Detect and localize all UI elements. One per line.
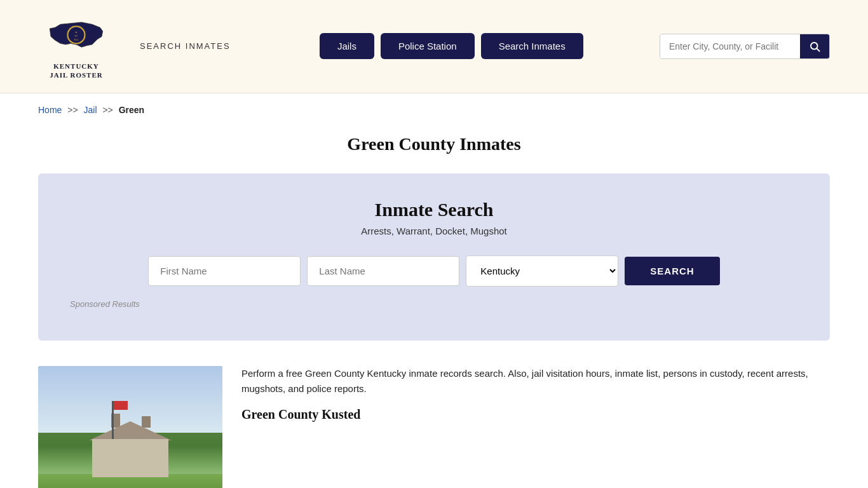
- last-name-input[interactable]: [307, 256, 459, 286]
- inmate-search-subtitle: Arrests, Warrant, Docket, Mugshot: [70, 226, 798, 236]
- inmate-search-section: Inmate Search Arrests, Warrant, Docket, …: [38, 173, 830, 341]
- breadcrumb-sep-1: >>: [67, 105, 78, 115]
- building-roof: [89, 421, 172, 440]
- facility-image-inner: [38, 366, 222, 488]
- kentucky-logo-svg: ★ KY SEAL: [44, 13, 108, 60]
- main-nav: Jails Police Station Search Inmates: [269, 33, 634, 59]
- site-header: ★ KY SEAL KENTUCKY JAIL ROSTER SEARCH IN…: [0, 0, 868, 93]
- svg-text:SEAL: SEAL: [74, 39, 78, 41]
- breadcrumb-jail-link[interactable]: Jail: [84, 105, 97, 115]
- building-main: [92, 439, 168, 477]
- breadcrumb-current: Green: [119, 105, 144, 115]
- svg-line-6: [817, 48, 819, 51]
- breadcrumb-home-link[interactable]: Home: [38, 105, 62, 115]
- nav-police-station-button[interactable]: Police Station: [381, 33, 475, 59]
- flag-pole: [112, 401, 114, 439]
- logo-text: KENTUCKY JAIL ROSTER: [50, 62, 102, 80]
- logo-image: ★ KY SEAL: [44, 13, 108, 60]
- header-search-input[interactable]: [660, 35, 800, 58]
- svg-text:KY: KY: [75, 35, 78, 37]
- header-search-wrap: [660, 34, 830, 59]
- nav-search-inmates-button[interactable]: Search Inmates: [481, 33, 583, 59]
- sponsored-label: Sponsored Results: [70, 299, 798, 309]
- flag: [114, 401, 128, 410]
- inmate-search-title: Inmate Search: [70, 199, 798, 220]
- description-text: Perform a free Green County Kentucky inm…: [241, 366, 830, 398]
- breadcrumb-sep-2: >>: [102, 105, 112, 115]
- page-title-wrap: Green County Inmates: [0, 121, 868, 161]
- description-subheading: Green County Kusted: [241, 407, 830, 422]
- facility-image: [38, 366, 222, 488]
- search-button[interactable]: SEARCH: [625, 257, 719, 285]
- nav-jails-button[interactable]: Jails: [320, 33, 374, 59]
- first-name-input[interactable]: [148, 256, 301, 286]
- header-search-button[interactable]: [800, 34, 829, 58]
- description-area: Perform a free Green County Kentucky inm…: [241, 366, 830, 423]
- search-icon: [809, 41, 820, 52]
- page-title: Green County Inmates: [38, 134, 830, 154]
- breadcrumb: Home >> Jail >> Green: [0, 93, 868, 121]
- svg-text:★: ★: [75, 30, 78, 34]
- logo-area: ★ KY SEAL KENTUCKY JAIL ROSTER: [38, 13, 114, 80]
- bottom-content: Perform a free Green County Kentucky inm…: [0, 353, 868, 488]
- search-fields: Kentucky Alabama Alaska Arizona Arkansas…: [70, 255, 798, 287]
- search-inmates-label: SEARCH INMATES: [140, 41, 231, 51]
- state-select[interactable]: Kentucky Alabama Alaska Arizona Arkansas…: [466, 255, 618, 287]
